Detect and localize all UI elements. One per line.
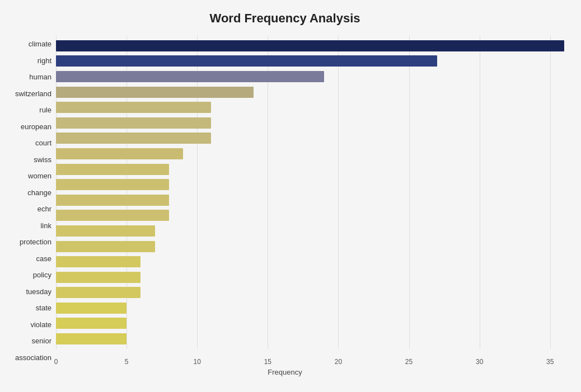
bar-row-rule bbox=[56, 101, 564, 114]
bar-row-change bbox=[56, 178, 564, 191]
y-label-state: state bbox=[36, 301, 51, 315]
y-label-human: human bbox=[29, 70, 51, 84]
bar-policy bbox=[56, 256, 140, 267]
y-label-switzerland: switzerland bbox=[15, 86, 51, 101]
bar-violate bbox=[56, 303, 126, 314]
bar-women bbox=[56, 164, 169, 175]
bar-change bbox=[56, 179, 169, 190]
bar-row-case bbox=[56, 240, 564, 253]
y-label-court: court bbox=[35, 136, 51, 150]
x-tick-20: 20 bbox=[335, 358, 342, 366]
bar-association bbox=[56, 333, 126, 344]
bar-row-climate bbox=[56, 40, 564, 52]
bar-row-link bbox=[56, 209, 564, 221]
x-tick-30: 30 bbox=[476, 358, 483, 366]
bar-case bbox=[56, 241, 155, 252]
y-label-european: european bbox=[21, 119, 51, 134]
x-axis-label-container: Frequency bbox=[6, 368, 564, 376]
y-label-case: case bbox=[36, 251, 51, 266]
y-label-swiss: swiss bbox=[34, 152, 51, 167]
bar-european bbox=[56, 117, 211, 129]
x-tick-10: 10 bbox=[194, 358, 201, 366]
chart-container: Word Frequency Analysis climaterighthuma… bbox=[0, 0, 581, 392]
bars-area: 05101520253035 bbox=[56, 36, 564, 366]
y-label-senior: senior bbox=[32, 334, 51, 348]
bar-row-policy bbox=[56, 256, 564, 268]
bar-protection bbox=[56, 225, 155, 237]
x-tick-35: 35 bbox=[546, 358, 554, 366]
bar-row-senior bbox=[56, 317, 564, 329]
y-label-protection: protection bbox=[20, 235, 51, 249]
bar-row-protection bbox=[56, 225, 564, 237]
bar-row-human bbox=[56, 70, 564, 83]
bar-echr bbox=[56, 195, 169, 206]
bar-right bbox=[56, 55, 437, 67]
bar-court bbox=[56, 133, 211, 144]
chart-title: Word Frequency Analysis bbox=[6, 11, 564, 26]
bar-row-women bbox=[56, 163, 564, 176]
x-axis: 05101520253035 bbox=[56, 349, 564, 366]
bar-row-switzerland bbox=[56, 86, 564, 98]
bar-row-violate bbox=[56, 302, 564, 314]
chart-area: climaterighthumanswitzerlandruleeuropean… bbox=[6, 36, 564, 366]
x-tick-15: 15 bbox=[264, 358, 271, 366]
bar-row-state bbox=[56, 286, 564, 299]
bar-row-echr bbox=[56, 194, 564, 206]
x-tick-0: 0 bbox=[54, 358, 58, 366]
bar-row-association bbox=[56, 333, 564, 345]
bar-state bbox=[56, 287, 140, 298]
bar-swiss bbox=[56, 148, 183, 159]
y-label-link: link bbox=[40, 218, 51, 233]
y-label-climate: climate bbox=[29, 37, 51, 51]
x-axis-label: Frequency bbox=[268, 368, 302, 376]
bars-wrapper bbox=[56, 36, 564, 349]
bar-tuesday bbox=[56, 272, 140, 283]
bar-senior bbox=[56, 318, 126, 329]
y-labels: climaterighthumanswitzerlandruleeuropean… bbox=[6, 36, 56, 366]
bar-row-right bbox=[56, 55, 564, 67]
x-tick-25: 25 bbox=[405, 358, 413, 366]
bar-human bbox=[56, 71, 324, 82]
y-label-tuesday: tuesday bbox=[26, 284, 51, 299]
bar-rule bbox=[56, 102, 211, 113]
y-label-violate: violate bbox=[30, 317, 51, 332]
y-label-change: change bbox=[27, 185, 51, 200]
x-tick-5: 5 bbox=[125, 358, 129, 366]
y-label-right: right bbox=[38, 53, 51, 68]
bar-row-tuesday bbox=[56, 271, 564, 284]
y-label-rule: rule bbox=[39, 103, 51, 117]
bar-row-court bbox=[56, 132, 564, 144]
y-label-echr: echr bbox=[38, 202, 51, 216]
bar-switzerland bbox=[56, 87, 254, 98]
y-label-policy: policy bbox=[33, 268, 51, 282]
bar-row-swiss bbox=[56, 148, 564, 160]
y-label-association: association bbox=[15, 350, 51, 365]
bar-link bbox=[56, 210, 169, 221]
bar-row-european bbox=[56, 117, 564, 129]
y-label-women: women bbox=[28, 169, 51, 183]
bar-climate bbox=[56, 40, 564, 51]
